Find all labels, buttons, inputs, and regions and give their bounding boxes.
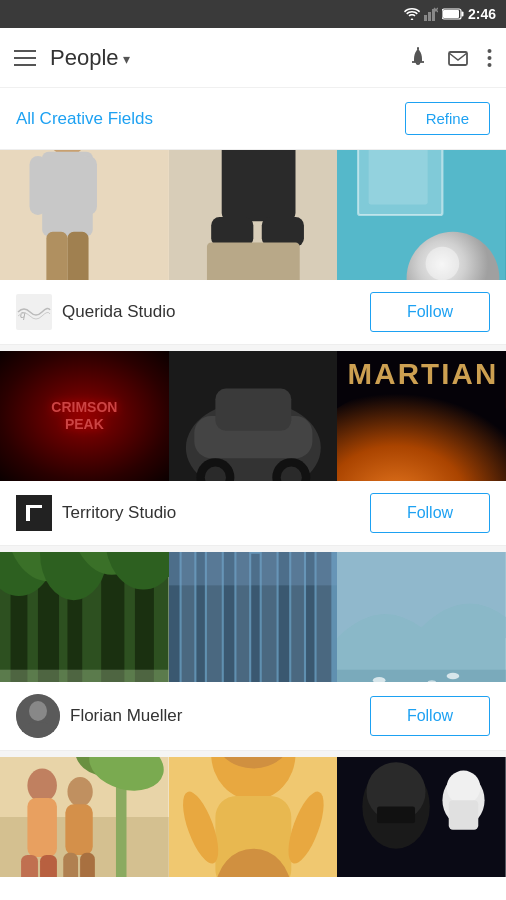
time-display: 2:46 xyxy=(468,6,496,22)
svg-point-95 xyxy=(27,769,57,803)
svg-point-120 xyxy=(447,771,481,805)
bell-icon xyxy=(407,47,429,69)
wifi-icon xyxy=(404,8,420,20)
svg-rect-79 xyxy=(169,552,338,585)
svg-rect-19 xyxy=(67,232,88,280)
svg-rect-7 xyxy=(461,12,463,17)
territory-studio-info: Territory Studio Follow xyxy=(0,481,506,545)
top-bar-right xyxy=(407,47,492,69)
mail-icon xyxy=(447,47,469,69)
svg-rect-82 xyxy=(337,670,506,682)
svg-point-85 xyxy=(447,673,460,679)
bp-2 xyxy=(169,757,338,877)
territory-studio-follow-button[interactable]: Follow xyxy=(370,493,490,533)
filter-bar: All Creative Fields Refine xyxy=(0,88,506,150)
svg-rect-27 xyxy=(211,217,253,247)
querida-studio-name: Querida Studio xyxy=(62,302,175,322)
svg-point-89 xyxy=(29,701,47,721)
florian-mueller-info: Florian Mueller Follow xyxy=(0,682,506,750)
svg-rect-28 xyxy=(261,217,303,247)
svg-rect-98 xyxy=(40,855,57,877)
bottom-previews xyxy=(0,757,506,877)
bp-3 xyxy=(337,757,506,877)
querida-studio-images: nice things Volume 2 xyxy=(0,150,506,280)
svg-rect-32 xyxy=(369,150,428,204)
querida-studio-avatar: q xyxy=(16,294,52,330)
ts-img-1: CRIMSONPEAK xyxy=(0,351,169,481)
status-icons: 2:46 xyxy=(404,6,496,22)
svg-rect-16 xyxy=(30,156,47,215)
florian-mueller-follow-button[interactable]: Follow xyxy=(370,696,490,736)
mail-button[interactable] xyxy=(447,47,469,69)
page-title: People xyxy=(50,45,119,71)
fm-img-2 xyxy=(169,552,338,682)
qs-img-2 xyxy=(169,150,338,280)
florian-mueller-images xyxy=(0,552,506,682)
svg-rect-1 xyxy=(428,12,431,21)
svg-point-99 xyxy=(67,777,92,807)
svg-point-48 xyxy=(337,384,506,481)
querida-studio-follow-button[interactable]: Follow xyxy=(370,292,490,332)
profile-card-florian-mueller: Florian Mueller Follow xyxy=(0,552,506,751)
title-area[interactable]: People ▾ xyxy=(50,45,130,71)
florian-mueller-avatar xyxy=(16,694,60,738)
svg-rect-6 xyxy=(443,10,459,18)
territory-studio-name: Territory Studio xyxy=(62,503,176,523)
svg-rect-17 xyxy=(80,156,97,215)
svg-point-10 xyxy=(488,49,492,53)
svg-point-11 xyxy=(488,56,492,60)
status-bar: 2:46 xyxy=(0,0,506,28)
qs-img-1: nice things Volume 2 xyxy=(0,150,169,280)
svg-rect-0 xyxy=(424,15,427,21)
svg-rect-102 xyxy=(80,853,95,877)
territory-studio-left: Territory Studio xyxy=(16,495,176,531)
svg-rect-40 xyxy=(215,389,291,431)
profile-card-querida-studio: nice things Volume 2 xyxy=(0,150,506,345)
svg-rect-101 xyxy=(63,853,78,877)
menu-button[interactable] xyxy=(14,50,36,66)
svg-rect-24 xyxy=(221,150,295,221)
title-dropdown-icon: ▾ xyxy=(123,51,130,67)
svg-rect-9 xyxy=(449,52,467,65)
ts-img-3: THE MARTIAN xyxy=(337,351,506,481)
bp-1 xyxy=(0,757,169,877)
svg-rect-96 xyxy=(27,798,57,857)
querida-studio-info: q Querida Studio Follow xyxy=(0,280,506,344)
territory-studio-images: CRIMSONPEAK FORZA MOT xyxy=(0,351,506,481)
florian-mueller-name: Florian Mueller xyxy=(70,706,182,726)
fm-img-3 xyxy=(337,552,506,682)
territory-studio-avatar xyxy=(16,495,52,531)
crimson-peak-text: CRIMSONPEAK xyxy=(51,399,117,433)
refine-button[interactable]: Refine xyxy=(405,102,490,135)
bell-button[interactable] xyxy=(407,47,429,69)
querida-studio-left: q Querida Studio xyxy=(16,294,175,330)
qs-img-3 xyxy=(337,150,506,280)
filter-label: All Creative Fields xyxy=(16,109,153,129)
top-bar: People ▾ xyxy=(0,28,506,88)
svg-point-34 xyxy=(426,247,460,280)
svg-rect-121 xyxy=(449,800,479,830)
svg-rect-52 xyxy=(26,505,42,508)
svg-rect-100 xyxy=(65,804,92,855)
profile-card-territory-studio: CRIMSONPEAK FORZA MOT xyxy=(0,351,506,546)
signal-off-icon xyxy=(424,7,438,21)
svg-rect-18 xyxy=(46,232,67,280)
top-bar-left: People ▾ xyxy=(14,45,130,71)
florian-mueller-left: Florian Mueller xyxy=(16,694,182,738)
battery-icon xyxy=(442,8,464,20)
more-icon xyxy=(487,47,492,69)
more-button[interactable] xyxy=(487,47,492,69)
svg-rect-97 xyxy=(21,855,38,877)
ts-img-2: FORZA MOTORSPORT xyxy=(169,351,338,481)
svg-rect-64 xyxy=(0,670,169,682)
fm-img-1 xyxy=(0,552,169,682)
svg-rect-29 xyxy=(207,242,300,280)
svg-rect-118 xyxy=(377,806,415,823)
svg-text:MARTIAN: MARTIAN xyxy=(348,357,499,390)
svg-point-12 xyxy=(488,63,492,67)
